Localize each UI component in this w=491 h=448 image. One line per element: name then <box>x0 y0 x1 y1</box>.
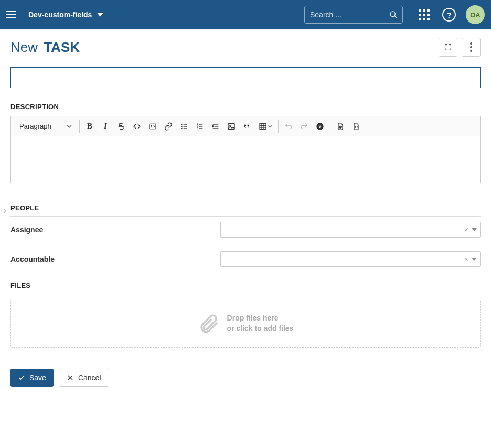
search-icon <box>389 10 398 19</box>
indent-icon <box>211 122 220 131</box>
numbered-list-icon: 123 <box>196 122 204 131</box>
project-selector[interactable]: Dev-custom-fields <box>28 10 103 19</box>
codeblock-icon <box>148 122 157 131</box>
bold-icon: B <box>87 122 92 131</box>
global-search <box>304 6 403 24</box>
more-vertical-icon <box>470 42 472 52</box>
help-icon: ? <box>442 8 456 22</box>
code-icon <box>133 122 141 131</box>
form-actions: Save Cancel <box>10 369 481 387</box>
caret-down-icon <box>472 227 477 232</box>
dropzone-line1: Drop files here <box>227 313 294 324</box>
description-section-label: DESCRIPTION <box>10 103 481 111</box>
search-input[interactable] <box>304 6 403 24</box>
italic-icon: I <box>104 122 107 131</box>
apps-menu-button[interactable] <box>415 6 432 23</box>
code-button[interactable] <box>129 119 145 134</box>
svg-rect-18 <box>228 123 234 129</box>
strikethrough-button[interactable] <box>113 119 129 134</box>
undo-icon <box>284 122 293 131</box>
accountable-select[interactable]: × <box>220 251 481 267</box>
expand-chevron-icon[interactable] <box>2 208 7 214</box>
attachment-icon <box>198 313 220 335</box>
svg-point-4 <box>182 126 182 126</box>
fullscreen-icon <box>444 43 452 51</box>
table-icon <box>259 122 267 131</box>
source-button[interactable] <box>348 119 364 134</box>
check-icon <box>18 374 25 381</box>
blockquote-button[interactable] <box>239 119 255 134</box>
dropzone-line2: or click to add files <box>227 324 294 334</box>
caret-down-icon <box>472 257 477 262</box>
numbered-list-button[interactable]: 123 <box>192 119 208 134</box>
heading-select-label: Paragraph <box>19 122 51 130</box>
svg-line-1 <box>394 16 397 18</box>
image-icon <box>227 122 236 131</box>
bold-button[interactable]: B <box>82 119 98 134</box>
source-icon <box>352 122 360 131</box>
chevron-down-icon <box>268 122 272 131</box>
subject-input[interactable] <box>10 67 481 88</box>
caret-down-icon <box>97 12 103 18</box>
svg-rect-20 <box>260 123 266 129</box>
help-button[interactable]: ? <box>441 6 457 23</box>
quote-icon <box>243 122 251 131</box>
svg-point-3 <box>182 124 182 124</box>
editor-help-button[interactable]: ? <box>312 119 328 134</box>
svg-point-0 <box>390 12 395 16</box>
save-label: Save <box>29 374 46 382</box>
clear-icon[interactable]: × <box>464 226 468 234</box>
svg-point-27 <box>340 126 341 128</box>
heading-select[interactable]: Paragraph <box>14 119 77 134</box>
redo-button[interactable] <box>296 119 312 134</box>
app-header: Dev-custom-fields ? OA <box>0 0 491 29</box>
svg-point-5 <box>182 128 182 129</box>
bullet-list-icon <box>180 122 188 131</box>
dropzone-text: Drop files here or click to add files <box>227 313 294 334</box>
fullscreen-button[interactable] <box>439 38 457 57</box>
table-button[interactable] <box>255 119 276 134</box>
assignee-row: Assignee × <box>10 222 481 238</box>
bullet-list-button[interactable] <box>176 119 192 134</box>
cancel-label: Cancel <box>78 374 101 382</box>
svg-text:3: 3 <box>197 127 198 130</box>
image-button[interactable] <box>223 119 239 134</box>
description-editor: Paragraph B I 123 <box>10 116 481 183</box>
redo-icon <box>300 122 308 131</box>
codeblock-button[interactable] <box>145 119 161 134</box>
svg-text:?: ? <box>318 124 321 129</box>
title-type: TASK <box>44 39 80 55</box>
italic-button[interactable]: I <box>98 119 113 134</box>
apps-grid-icon <box>419 9 430 20</box>
link-button[interactable] <box>161 119 176 134</box>
assignee-label: Assignee <box>10 226 220 234</box>
files-section-label: FILES <box>10 282 481 294</box>
title-new: New <box>10 39 38 55</box>
chevron-down-icon <box>67 124 72 129</box>
accountable-label: Accountable <box>10 255 220 263</box>
preview-icon <box>336 122 345 131</box>
more-actions-button[interactable] <box>462 38 481 57</box>
project-name: Dev-custom-fields <box>28 10 92 19</box>
help-circle-icon: ? <box>316 122 324 131</box>
editor-textarea[interactable] <box>11 136 480 183</box>
indent-button[interactable] <box>208 119 223 134</box>
save-button[interactable]: Save <box>10 369 54 387</box>
preview-button[interactable] <box>333 119 348 134</box>
link-icon <box>164 122 173 131</box>
page-title-row: New TASK <box>10 38 481 57</box>
undo-button[interactable] <box>281 119 296 134</box>
editor-toolbar: Paragraph B I 123 <box>11 116 480 136</box>
strikethrough-icon <box>117 122 125 131</box>
svg-rect-2 <box>150 124 156 129</box>
assignee-select[interactable]: × <box>220 222 481 238</box>
cancel-button[interactable]: Cancel <box>59 369 109 387</box>
user-avatar[interactable]: OA <box>466 5 485 24</box>
close-icon <box>67 374 74 381</box>
page-title: New TASK <box>10 39 80 56</box>
menu-toggle-button[interactable] <box>6 8 19 21</box>
accountable-row: Accountable × <box>10 251 481 267</box>
clear-icon[interactable]: × <box>464 255 468 263</box>
file-dropzone[interactable]: Drop files here or click to add files <box>10 300 481 348</box>
people-section-label: PEOPLE <box>10 204 481 217</box>
